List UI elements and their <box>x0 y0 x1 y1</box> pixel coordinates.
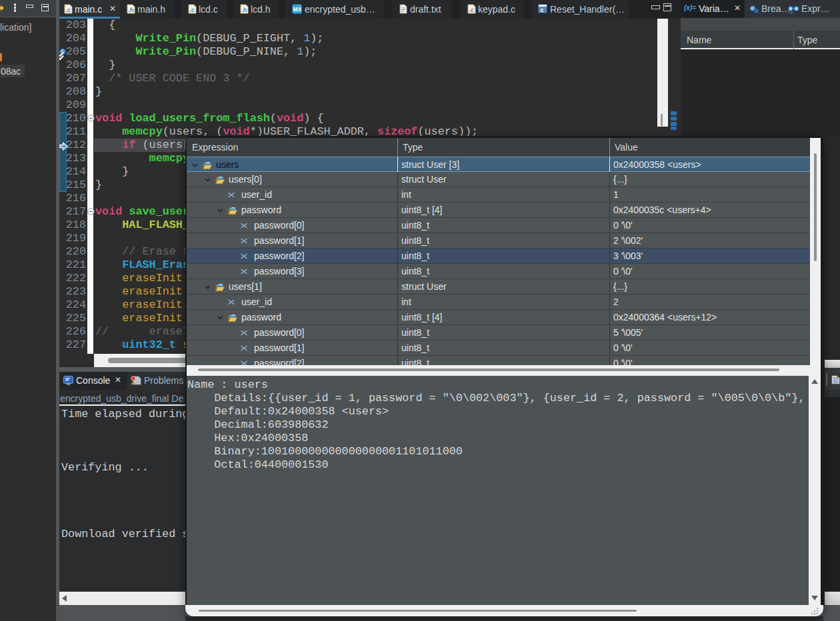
svg-text:.c: .c <box>65 7 71 13</box>
svg-text:.h: .h <box>241 7 247 13</box>
svg-text:c: c <box>541 7 544 13</box>
svg-text:.h: .h <box>128 7 133 13</box>
svg-text:.c: .c <box>469 7 474 13</box>
svg-text:.c: .c <box>189 7 195 13</box>
svg-text:MX: MX <box>293 6 302 13</box>
svg-text:x=: x= <box>790 11 794 14</box>
